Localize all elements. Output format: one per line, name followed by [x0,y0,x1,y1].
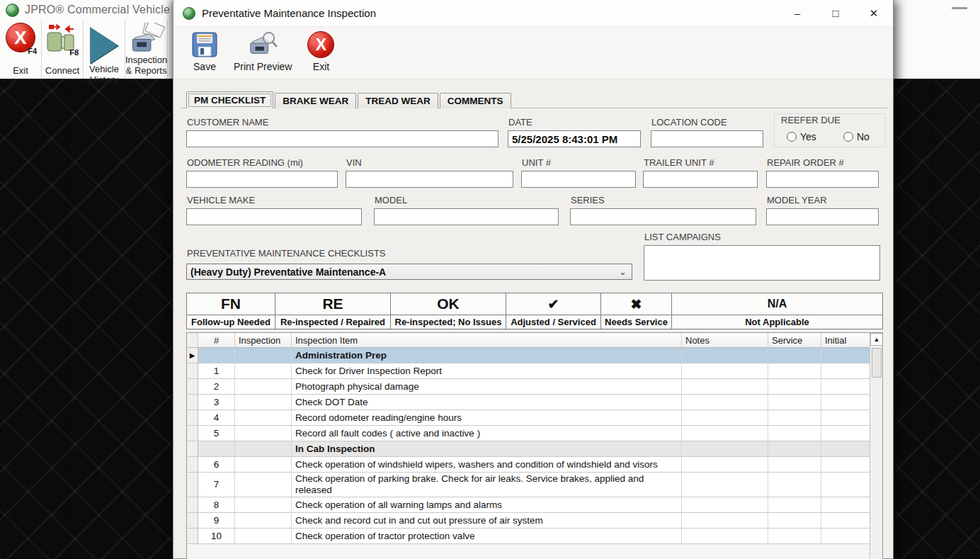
grid-item-row[interactable]: 8Check operation of all warning lamps an… [187,497,871,513]
service-cell[interactable] [768,410,821,425]
exit-button[interactable]: X F4 Exit [0,20,42,79]
row-selector[interactable] [187,529,198,543]
notes-cell[interactable] [682,348,768,363]
notes-cell[interactable] [682,457,768,472]
inspection-cell[interactable] [235,348,292,363]
grid-item-row[interactable]: 5Record all fault codes ( active and ina… [187,426,871,441]
unit-input[interactable] [521,171,636,188]
model-input[interactable] [374,208,559,225]
grid-item-row[interactable]: 6Check operation of windshield wipers, w… [187,457,871,473]
row-selector[interactable] [187,426,198,441]
row-selector[interactable] [187,363,198,378]
initial-cell[interactable] [821,395,871,410]
inspection-item-cell[interactable]: Photograph physical damage [292,379,682,394]
tab-pm-checklist[interactable]: PM CHECKLIST [186,91,273,108]
grid-section-row[interactable]: ▶Administration Prep [187,348,871,363]
inspection-item-cell[interactable]: Check for Driver Inspection Report [292,363,682,378]
notes-cell[interactable] [682,395,768,410]
inspection-cell[interactable] [235,529,292,543]
grid-item-row[interactable]: 2Photograph physical damage [187,379,871,395]
scroll-up-icon[interactable]: ▲ [870,333,883,346]
notes-cell[interactable] [682,497,768,512]
inspection-cell[interactable] [235,473,292,497]
service-cell[interactable] [768,513,821,528]
service-cell[interactable] [768,473,821,497]
initial-cell[interactable] [821,473,871,497]
list-campaigns-box[interactable] [644,245,880,281]
grid-item-row[interactable]: 7Check operation of parking brake. Check… [187,473,871,497]
pm-checklists-dropdown[interactable]: (Heavy Duty) Preventative Maintenance-A … [186,264,632,280]
initial-cell[interactable] [821,348,871,363]
inspection-cell[interactable] [235,426,292,441]
inspection-cell[interactable] [235,497,292,512]
row-selector[interactable] [187,513,198,528]
grid-item-row[interactable]: 10Check operation of tractor protection … [187,529,871,544]
vehicle-make-input[interactable] [186,208,362,225]
close-button[interactable]: ✕ [855,0,893,26]
initial-cell[interactable] [821,441,871,456]
notes-cell[interactable] [682,529,768,543]
trailer-unit-input[interactable] [643,171,758,188]
reefer-yes-radio[interactable]: Yes [787,131,816,142]
service-cell[interactable] [768,497,821,512]
maximize-button[interactable]: □ [816,0,855,26]
inspection-cell[interactable] [235,363,292,378]
row-selector[interactable] [187,410,198,425]
inspection-item-cell[interactable]: Check and record cut in and cut out pres… [292,513,682,528]
notes-cell[interactable] [682,513,768,528]
odometer-input[interactable] [186,171,338,188]
reefer-no-radio-circle[interactable] [843,132,853,142]
reefer-yes-radio-circle[interactable] [787,132,797,142]
background-minimize-icon[interactable] [952,7,967,9]
row-selector[interactable] [187,473,198,497]
vehicle-history-button[interactable]: Vehicle History [84,20,125,79]
inspection-cell[interactable] [235,379,292,394]
print-preview-button[interactable]: Print Preview [227,27,299,74]
tab-tread-wear[interactable]: TREAD WEAR [358,93,438,108]
row-selector[interactable] [187,497,198,512]
inspection-item-cell[interactable]: Check operation of parking brake. Check … [292,473,682,497]
reefer-no-radio[interactable]: No [843,131,870,142]
service-cell[interactable] [768,363,821,378]
dialog-titlebar[interactable]: Preventative Maintenance Inspection – □ … [173,0,893,27]
grid-scrollbar[interactable]: ▲ [870,333,882,559]
vin-input[interactable] [346,171,513,188]
repair-order-input[interactable] [766,171,879,188]
service-cell[interactable] [768,426,821,441]
initial-cell[interactable] [821,363,871,378]
service-cell[interactable] [768,457,821,472]
service-cell[interactable] [768,379,821,394]
model-year-input[interactable] [766,208,879,225]
tab-brake-wear[interactable]: BRAKE WEAR [275,93,356,108]
row-selector[interactable] [187,395,198,410]
grid-item-row[interactable]: 9Check and record cut in and cut out pre… [187,513,871,529]
inspection-cell[interactable] [235,395,292,410]
row-selector[interactable]: ▶ [187,348,198,363]
inspection-item-cell[interactable]: Record all fault codes ( active and inac… [292,426,682,441]
scrollbar-thumb[interactable] [872,348,882,378]
date-input[interactable] [508,130,641,147]
series-input[interactable] [570,208,756,225]
notes-cell[interactable] [682,363,768,378]
initial-cell[interactable] [821,497,871,512]
service-cell[interactable] [768,395,821,410]
inspection-cell[interactable] [235,513,292,528]
tab-comments[interactable]: COMMENTS [440,93,511,108]
location-code-input[interactable] [651,130,763,147]
inspection-reports-button[interactable]: Inspection & Reports [125,20,168,79]
notes-cell[interactable] [682,379,768,394]
initial-cell[interactable] [821,529,871,543]
inspection-item-cell[interactable]: Check operation of windshield wipers, wa… [292,457,682,472]
row-selector[interactable] [187,441,198,456]
inspection-cell[interactable] [235,441,292,456]
service-cell[interactable] [768,529,821,543]
save-button[interactable]: Save [183,27,227,74]
service-cell[interactable] [768,348,821,363]
grid-item-row[interactable]: 1Check for Driver Inspection Report [187,363,871,379]
grid-item-row[interactable]: 4Record odometer reading/engine hours [187,410,871,426]
minimize-button[interactable]: – [778,0,816,26]
connect-button[interactable]: F8 Connect [42,20,84,79]
grid-item-row[interactable]: 3Check DOT Date [187,395,871,410]
inspection-item-cell[interactable]: Administration Prep [292,348,682,363]
initial-cell[interactable] [821,426,871,441]
